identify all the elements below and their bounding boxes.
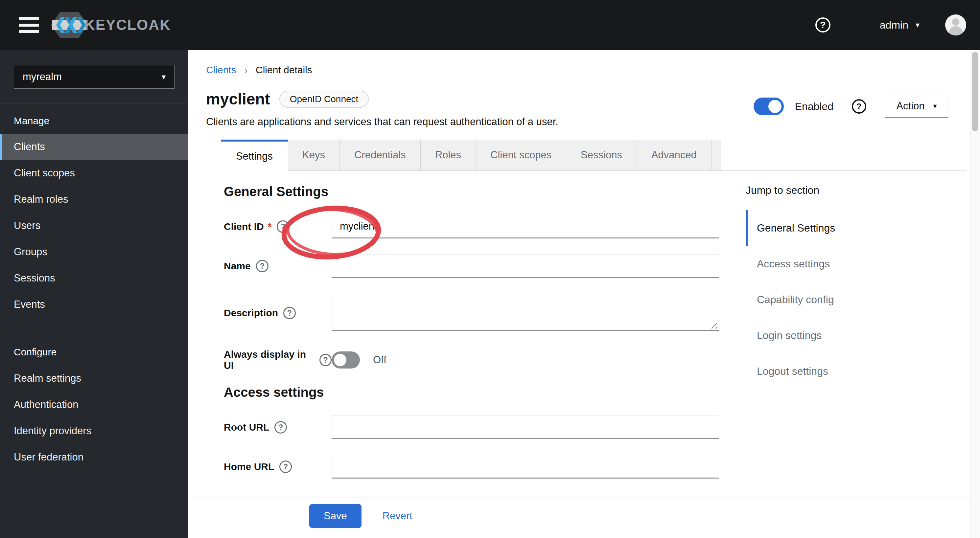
keycloak-admin-console: KEYCLOAK ? admin ▾ myrealm ▾ Manage Clie… [0,0,980,538]
tab-advanced[interactable]: Advanced [637,140,711,170]
nav-group-title: Configure [0,335,188,365]
required-asterisk: * [268,221,272,232]
nav-group-title: Manage [0,103,188,134]
always-display-label: Always display in UI [224,349,314,371]
jump-item-access-settings[interactable]: Access settings [746,246,948,282]
general-settings-heading: General Settings [224,184,719,199]
client-id-label: Client ID [224,221,264,232]
keycloak-logo: KEYCLOAK [51,9,171,41]
jump-to-section-title: Jump to section [746,184,948,197]
root-url-label: Root URL [224,422,269,433]
action-dropdown[interactable]: Action ▾ [885,95,948,118]
home-url-input[interactable] [332,455,719,479]
action-label: Action [896,100,924,112]
tab-bar: Settings Keys Credentials Roles Client s… [221,140,966,171]
brand-text: KEYCLOAK [84,17,171,33]
tab-credentials[interactable]: Credentials [340,140,421,170]
user-menu[interactable]: admin ▾ [880,19,920,31]
scrollbar-thumb[interactable] [972,52,978,132]
settings-form: General Settings Client ID * ? [224,184,719,479]
help-icon[interactable]: ? [320,354,332,366]
home-url-row: Home URL ? [224,455,719,479]
help-icon[interactable]: ? [274,421,287,433]
nav-group-manage: Manage Clients Client scopes Realm roles… [0,103,188,317]
description-row: Description ? [224,294,719,332]
sidebar-item-clients[interactable]: Clients [0,134,188,160]
chevron-down-icon: ▾ [916,21,920,30]
jump-item-login-settings[interactable]: Login settings [746,317,948,354]
keycloak-hexagon-icon [51,9,88,41]
help-icon[interactable]: ? [256,260,269,272]
breadcrumb: Clients › Client details [206,64,948,76]
masthead: KEYCLOAK ? admin ▾ [0,0,980,50]
tab-sessions[interactable]: Sessions [566,140,637,170]
help-icon[interactable]: ? [283,307,296,319]
always-display-state: Off [373,354,387,366]
sidebar-item-identity-providers[interactable]: Identity providers [0,418,188,444]
name-input[interactable] [332,254,719,278]
always-display-row: Always display in UI ? Off [224,348,719,372]
nav-group-configure: Configure Realm settings Authentication … [0,335,188,470]
sidebar-item-sessions[interactable]: Sessions [0,265,188,291]
root-url-input[interactable] [332,416,719,439]
enabled-toggle[interactable] [754,98,784,115]
tab-bar-tail [711,140,721,170]
breadcrumb-clients-link[interactable]: Clients [206,64,236,76]
tab-settings[interactable]: Settings [221,140,288,171]
help-icon[interactable]: ? [852,99,866,114]
hamburger-menu-icon[interactable] [19,17,39,33]
client-id-input[interactable] [332,215,719,238]
realm-selector[interactable]: myrealm ▾ [14,65,175,89]
main-content: Clients › Client details myclient OpenID… [188,50,970,538]
realm-name: myrealm [23,71,62,83]
tab-roles[interactable]: Roles [421,140,476,170]
scrollbar-track[interactable] [970,50,980,538]
sidebar: myrealm ▾ Manage Clients Client scopes R… [0,50,188,538]
masthead-right: ? admin ▾ [815,14,980,35]
chevron-down-icon: ▾ [933,102,937,110]
jump-item-logout-settings[interactable]: Logout settings [746,354,948,389]
page-title: myclient [206,90,270,108]
realm-section: myrealm ▾ [0,50,188,103]
client-id-row: Client ID * ? [224,215,719,238]
sidebar-item-realm-roles[interactable]: Realm roles [0,186,188,213]
help-icon[interactable]: ? [815,17,830,33]
chevron-down-icon: ▾ [162,72,165,81]
description-label: Description [224,308,278,319]
sidebar-item-user-federation[interactable]: User federation [0,444,188,470]
page-header: myclient OpenID Connect Clients are appl… [206,90,948,128]
jump-to-section-panel: Jump to section General Settings Access … [746,184,948,479]
enabled-label: Enabled [795,100,834,113]
access-settings-heading: Access settings [224,385,719,400]
sidebar-item-events[interactable]: Events [0,291,188,317]
revert-button[interactable]: Revert [383,510,412,522]
save-button[interactable]: Save [309,504,361,528]
help-icon[interactable]: ? [277,221,289,233]
user-name: admin [880,19,908,31]
always-display-toggle[interactable] [332,351,360,368]
breadcrumb-current: Client details [256,64,312,76]
sidebar-item-realm-settings[interactable]: Realm settings [0,365,188,392]
jump-nav: General Settings Access settings Capabil… [746,210,948,402]
form-actions: Save Revert [188,498,970,534]
tab-client-scopes[interactable]: Client scopes [476,140,566,170]
sidebar-item-authentication[interactable]: Authentication [0,392,188,418]
jump-item-general-settings[interactable]: General Settings [746,210,948,246]
avatar[interactable] [945,14,966,35]
jump-item-capability-config[interactable]: Capability config [746,282,948,317]
sidebar-item-groups[interactable]: Groups [0,239,188,265]
sidebar-item-users[interactable]: Users [0,213,188,239]
help-icon[interactable]: ? [279,460,292,473]
description-textarea[interactable] [332,294,719,331]
name-label: Name [224,260,251,271]
root-url-row: Root URL ? [224,416,719,439]
name-row: Name ? [224,254,719,278]
home-url-label: Home URL [224,461,274,472]
sidebar-item-client-scopes[interactable]: Client scopes [0,160,188,186]
protocol-badge: OpenID Connect [279,90,369,108]
tab-keys[interactable]: Keys [288,140,340,170]
breadcrumb-separator-icon: › [244,65,248,75]
header-controls: Enabled ? Action ▾ [754,95,948,118]
page-subtitle: Clients are applications and services th… [206,116,558,128]
